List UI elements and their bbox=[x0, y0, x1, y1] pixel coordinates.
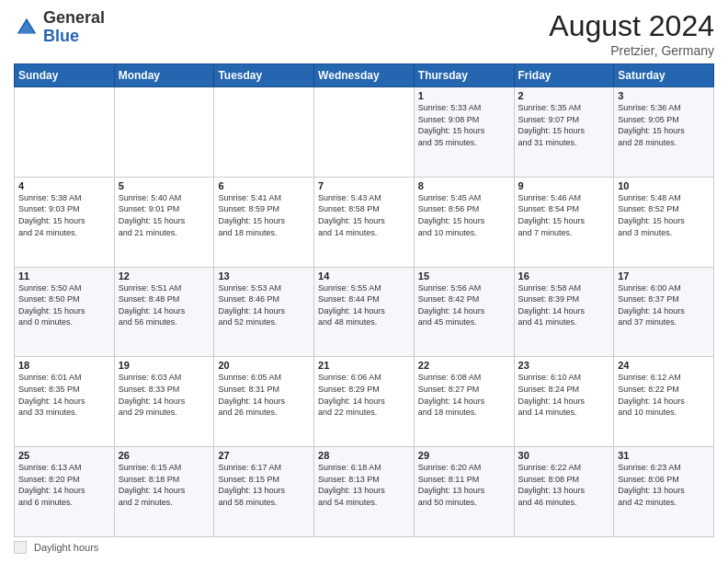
day-info: Sunrise: 5:40 AM Sunset: 9:01 PM Dayligh… bbox=[119, 192, 210, 238]
day-info: Sunrise: 6:06 AM Sunset: 8:29 PM Dayligh… bbox=[318, 372, 410, 418]
week-row-4: 18Sunrise: 6:01 AM Sunset: 8:35 PM Dayli… bbox=[15, 357, 714, 447]
week-row-2: 4Sunrise: 5:38 AM Sunset: 9:03 PM Daylig… bbox=[15, 177, 714, 267]
day-number: 6 bbox=[218, 180, 310, 191]
day-number: 12 bbox=[119, 270, 210, 282]
day-number: 22 bbox=[418, 360, 510, 371]
day-info: Sunrise: 5:45 AM Sunset: 8:56 PM Dayligh… bbox=[418, 192, 510, 238]
calendar-cell bbox=[314, 87, 415, 178]
calendar-cell: 5Sunrise: 5:40 AM Sunset: 9:01 PM Daylig… bbox=[114, 177, 214, 267]
day-number: 15 bbox=[418, 270, 510, 282]
generalblue-logo-icon bbox=[14, 15, 40, 40]
day-number: 24 bbox=[618, 360, 710, 371]
calendar-cell: 6Sunrise: 5:41 AM Sunset: 8:59 PM Daylig… bbox=[214, 177, 314, 267]
calendar-cell bbox=[15, 87, 115, 178]
day-number: 28 bbox=[318, 450, 410, 461]
day-info: Sunrise: 6:15 AM Sunset: 8:18 PM Dayligh… bbox=[119, 462, 210, 508]
day-number: 30 bbox=[518, 450, 610, 461]
day-info: Sunrise: 5:48 AM Sunset: 8:52 PM Dayligh… bbox=[618, 192, 710, 238]
day-info: Sunrise: 6:12 AM Sunset: 8:22 PM Dayligh… bbox=[618, 372, 710, 418]
header: General Blue August 2024 Pretzier, Germa… bbox=[14, 9, 714, 58]
calendar-cell: 7Sunrise: 5:43 AM Sunset: 8:58 PM Daylig… bbox=[314, 177, 415, 267]
day-number: 9 bbox=[518, 180, 610, 191]
weekday-header-sunday: Sunday bbox=[15, 64, 115, 87]
calendar-cell: 22Sunrise: 6:08 AM Sunset: 8:27 PM Dayli… bbox=[414, 357, 514, 447]
day-number: 25 bbox=[18, 450, 110, 461]
logo-text: General Blue bbox=[43, 9, 105, 46]
daylight-label: Daylight hours bbox=[34, 542, 98, 553]
calendar-cell: 15Sunrise: 5:56 AM Sunset: 8:42 PM Dayli… bbox=[414, 267, 514, 357]
day-info: Sunrise: 5:36 AM Sunset: 9:05 PM Dayligh… bbox=[618, 102, 710, 148]
day-info: Sunrise: 6:03 AM Sunset: 8:33 PM Dayligh… bbox=[119, 372, 210, 418]
day-number: 5 bbox=[119, 180, 210, 191]
calendar-cell: 1Sunrise: 5:33 AM Sunset: 9:08 PM Daylig… bbox=[414, 87, 514, 178]
day-number: 20 bbox=[218, 360, 310, 371]
calendar-cell: 11Sunrise: 5:50 AM Sunset: 8:50 PM Dayli… bbox=[15, 267, 115, 357]
day-info: Sunrise: 5:43 AM Sunset: 8:58 PM Dayligh… bbox=[318, 192, 410, 238]
calendar-cell: 12Sunrise: 5:51 AM Sunset: 8:48 PM Dayli… bbox=[114, 267, 214, 357]
day-info: Sunrise: 6:01 AM Sunset: 8:35 PM Dayligh… bbox=[18, 372, 110, 418]
day-info: Sunrise: 5:50 AM Sunset: 8:50 PM Dayligh… bbox=[18, 282, 110, 328]
calendar-cell: 3Sunrise: 5:36 AM Sunset: 9:05 PM Daylig… bbox=[614, 87, 714, 178]
week-row-1: 1Sunrise: 5:33 AM Sunset: 9:08 PM Daylig… bbox=[15, 87, 714, 178]
day-number: 14 bbox=[318, 270, 410, 282]
day-info: Sunrise: 5:46 AM Sunset: 8:54 PM Dayligh… bbox=[518, 192, 610, 238]
month-title: August 2024 bbox=[549, 9, 714, 43]
day-info: Sunrise: 6:20 AM Sunset: 8:11 PM Dayligh… bbox=[418, 462, 510, 508]
weekday-header-saturday: Saturday bbox=[614, 64, 714, 87]
day-number: 21 bbox=[318, 360, 410, 371]
title-block: August 2024 Pretzier, Germany bbox=[549, 9, 714, 58]
calendar-cell: 16Sunrise: 5:58 AM Sunset: 8:39 PM Dayli… bbox=[514, 267, 614, 357]
calendar-cell: 21Sunrise: 6:06 AM Sunset: 8:29 PM Dayli… bbox=[314, 357, 415, 447]
day-number: 4 bbox=[18, 180, 110, 191]
day-number: 23 bbox=[518, 360, 610, 371]
calendar-cell: 19Sunrise: 6:03 AM Sunset: 8:33 PM Dayli… bbox=[114, 357, 214, 447]
calendar-cell: 23Sunrise: 6:10 AM Sunset: 8:24 PM Dayli… bbox=[514, 357, 614, 447]
day-info: Sunrise: 5:55 AM Sunset: 8:44 PM Dayligh… bbox=[318, 282, 410, 328]
calendar-cell bbox=[214, 87, 314, 178]
calendar-cell: 30Sunrise: 6:22 AM Sunset: 8:08 PM Dayli… bbox=[514, 447, 614, 537]
calendar-cell: 28Sunrise: 6:18 AM Sunset: 8:13 PM Dayli… bbox=[314, 447, 415, 537]
page: General Blue August 2024 Pretzier, Germa… bbox=[0, 0, 728, 563]
day-number: 18 bbox=[18, 360, 110, 371]
day-info: Sunrise: 6:08 AM Sunset: 8:27 PM Dayligh… bbox=[418, 372, 510, 418]
calendar-cell: 13Sunrise: 5:53 AM Sunset: 8:46 PM Dayli… bbox=[214, 267, 314, 357]
day-number: 8 bbox=[418, 180, 510, 191]
logo: General Blue bbox=[14, 9, 105, 46]
day-number: 19 bbox=[119, 360, 210, 371]
weekday-header-friday: Friday bbox=[514, 64, 614, 87]
day-number: 11 bbox=[18, 270, 110, 282]
week-row-3: 11Sunrise: 5:50 AM Sunset: 8:50 PM Dayli… bbox=[15, 267, 714, 357]
calendar-cell: 27Sunrise: 6:17 AM Sunset: 8:15 PM Dayli… bbox=[214, 447, 314, 537]
weekday-header-row: SundayMondayTuesdayWednesdayThursdayFrid… bbox=[15, 64, 714, 87]
day-info: Sunrise: 6:23 AM Sunset: 8:06 PM Dayligh… bbox=[618, 462, 710, 508]
day-number: 13 bbox=[218, 270, 310, 282]
day-number: 17 bbox=[618, 270, 710, 282]
day-number: 10 bbox=[618, 180, 710, 191]
footer: Daylight hours bbox=[14, 541, 714, 554]
weekday-header-monday: Monday bbox=[114, 64, 214, 87]
day-number: 1 bbox=[418, 90, 510, 101]
calendar-cell: 24Sunrise: 6:12 AM Sunset: 8:22 PM Dayli… bbox=[614, 357, 714, 447]
calendar-cell: 17Sunrise: 6:00 AM Sunset: 8:37 PM Dayli… bbox=[614, 267, 714, 357]
day-info: Sunrise: 5:38 AM Sunset: 9:03 PM Dayligh… bbox=[18, 192, 110, 238]
day-info: Sunrise: 5:53 AM Sunset: 8:46 PM Dayligh… bbox=[218, 282, 310, 328]
day-info: Sunrise: 5:35 AM Sunset: 9:07 PM Dayligh… bbox=[518, 102, 610, 148]
calendar-table: SundayMondayTuesdayWednesdayThursdayFrid… bbox=[14, 63, 714, 537]
calendar-cell: 2Sunrise: 5:35 AM Sunset: 9:07 PM Daylig… bbox=[514, 87, 614, 178]
day-number: 26 bbox=[119, 450, 210, 461]
weekday-header-wednesday: Wednesday bbox=[314, 64, 415, 87]
weekday-header-thursday: Thursday bbox=[414, 64, 514, 87]
calendar-cell: 25Sunrise: 6:13 AM Sunset: 8:20 PM Dayli… bbox=[15, 447, 115, 537]
calendar-cell: 31Sunrise: 6:23 AM Sunset: 8:06 PM Dayli… bbox=[614, 447, 714, 537]
calendar-cell: 26Sunrise: 6:15 AM Sunset: 8:18 PM Dayli… bbox=[114, 447, 214, 537]
daylight-box bbox=[14, 541, 27, 554]
calendar-cell: 29Sunrise: 6:20 AM Sunset: 8:11 PM Dayli… bbox=[414, 447, 514, 537]
calendar-cell: 14Sunrise: 5:55 AM Sunset: 8:44 PM Dayli… bbox=[314, 267, 415, 357]
calendar-cell: 4Sunrise: 5:38 AM Sunset: 9:03 PM Daylig… bbox=[15, 177, 115, 267]
day-info: Sunrise: 6:05 AM Sunset: 8:31 PM Dayligh… bbox=[218, 372, 310, 418]
day-info: Sunrise: 6:17 AM Sunset: 8:15 PM Dayligh… bbox=[218, 462, 310, 508]
day-number: 2 bbox=[518, 90, 610, 101]
day-number: 3 bbox=[618, 90, 710, 101]
day-info: Sunrise: 6:13 AM Sunset: 8:20 PM Dayligh… bbox=[18, 462, 110, 508]
logo-blue: Blue bbox=[43, 27, 79, 45]
